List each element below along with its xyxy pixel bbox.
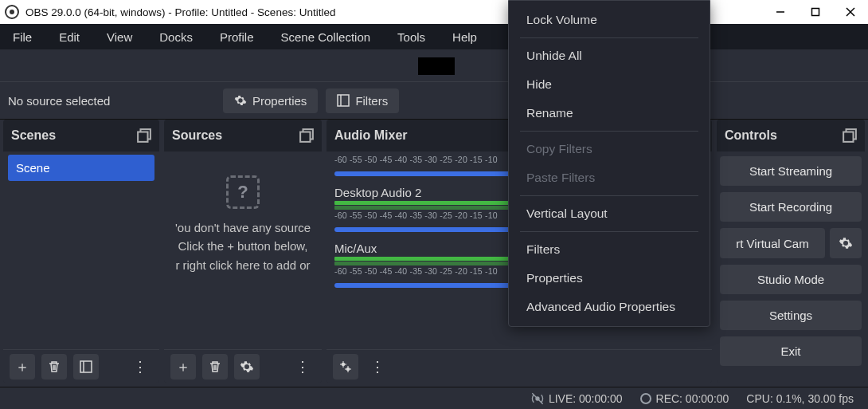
controls-dock: Controls Start Streaming Start Recording…	[717, 120, 865, 383]
scene-item[interactable]: Scene	[8, 155, 154, 181]
context-item-lock-volume[interactable]: Lock Volume	[509, 6, 710, 34]
filters-icon	[337, 94, 350, 107]
menubar: File Edit View Docks Profile Scene Colle…	[0, 24, 868, 49]
virtual-cam-settings-button[interactable]	[830, 228, 862, 258]
sources-menu-button[interactable]: ⋮	[290, 354, 315, 380]
filters-icon	[80, 360, 92, 373]
context-separator	[520, 195, 698, 196]
sources-empty-state: ? 'ou don't have any source Click the + …	[169, 155, 317, 281]
menu-profile[interactable]: Profile	[213, 29, 260, 45]
menu-tools[interactable]: Tools	[391, 29, 432, 45]
status-cpu: CPU: 0.1%, 30.00 fps	[746, 392, 854, 405]
preview-placeholder	[418, 57, 455, 75]
gears-icon	[338, 360, 353, 374]
titlebar: OBS 29.0.0 (64-bit, windows) - Profile: …	[0, 0, 868, 24]
gear-icon	[839, 236, 853, 250]
context-item-unhide-all[interactable]: Unhide All	[509, 41, 710, 70]
svg-point-13	[346, 367, 350, 371]
status-live: LIVE: 00:00:00	[531, 392, 623, 405]
context-item-copy-filters: Copy Filters	[509, 135, 710, 163]
svg-rect-7	[138, 132, 147, 142]
menu-docks[interactable]: Docks	[153, 29, 199, 45]
controls-body: Start Streaming Start Recording rt Virtu…	[717, 151, 865, 383]
window-title: OBS 29.0.0 (64-bit, windows) - Profile: …	[25, 6, 863, 18]
sources-list[interactable]: ? 'ou don't have any source Click the + …	[164, 151, 322, 349]
maximize-button[interactable]	[798, 0, 833, 24]
svg-point-17	[641, 394, 651, 403]
mixer-menu-button[interactable]: ⋮	[365, 354, 390, 380]
menu-file[interactable]: File	[6, 29, 38, 45]
scenes-list[interactable]: Scene	[3, 151, 159, 349]
context-item-properties[interactable]: Properties	[509, 264, 710, 293]
no-source-label: No source selected	[8, 94, 215, 108]
broadcast-icon	[531, 392, 544, 405]
popout-icon[interactable]	[137, 128, 151, 143]
advanced-audio-button[interactable]	[333, 354, 358, 380]
channel-name: Desktop Audio 2	[334, 186, 421, 199]
context-item-vertical-layout[interactable]: Vertical Layout	[509, 199, 710, 228]
sources-empty-line3: r right click here to add or	[169, 256, 317, 274]
mixer-footer: ⋮	[326, 349, 712, 383]
sources-empty-line1: 'ou don't have any source	[169, 218, 317, 237]
settings-button[interactable]: Settings	[720, 301, 862, 330]
context-item-paste-filters: Paste Filters	[509, 163, 710, 192]
status-cpu-text: CPU: 0.1%, 30.00 fps	[746, 392, 854, 405]
svg-rect-4	[338, 95, 349, 106]
scenes-menu-button[interactable]: ⋮	[127, 354, 153, 380]
sources-title: Sources	[172, 128, 222, 143]
context-item-hide[interactable]: Hide	[509, 70, 710, 99]
source-toolbar: No source selected Properties Filters	[0, 81, 868, 120]
remove-source-button[interactable]	[202, 354, 228, 380]
svg-rect-8	[80, 361, 92, 372]
mixer-title: Audio Mixer	[334, 128, 408, 143]
virtual-cam-button[interactable]: rt Virtual Cam	[720, 228, 825, 258]
audio-context-menu: Lock VolumeUnhide AllHideRenameCopy Filt…	[508, 0, 710, 327]
context-item-filters[interactable]: Filters	[509, 235, 710, 264]
filters-button[interactable]: Filters	[326, 88, 399, 113]
context-separator	[520, 37, 698, 38]
menu-help[interactable]: Help	[446, 29, 483, 45]
menu-view[interactable]: View	[100, 29, 139, 45]
svg-point-12	[342, 362, 346, 366]
svg-rect-1	[812, 9, 819, 16]
record-icon	[640, 393, 651, 404]
context-item-advanced-audio-properties[interactable]: Advanced Audio Properties	[509, 293, 710, 321]
remove-scene-button[interactable]	[41, 354, 67, 380]
menu-scene-collection[interactable]: Scene Collection	[275, 29, 377, 45]
context-item-rename[interactable]: Rename	[509, 99, 710, 128]
studio-mode-button[interactable]: Studio Mode	[720, 265, 862, 294]
start-streaming-button[interactable]: Start Streaming	[720, 156, 862, 186]
exit-button[interactable]: Exit	[720, 336, 862, 366]
scenes-header: Scenes	[3, 120, 159, 151]
gear-icon	[240, 360, 254, 374]
start-recording-button[interactable]: Start Recording	[720, 192, 862, 222]
popout-icon[interactable]	[843, 128, 857, 143]
status-rec: REC: 00:00:00	[640, 392, 729, 405]
context-separator	[520, 231, 698, 232]
controls-header: Controls	[717, 120, 865, 151]
dock-area: Scenes Scene ＋ ⋮ Sources ? 'ou don't hav…	[0, 120, 868, 383]
svg-rect-15	[843, 132, 853, 142]
controls-title: Controls	[725, 128, 777, 143]
sources-empty-line2: Click the + button below,	[169, 237, 317, 255]
scene-filters-button[interactable]	[73, 354, 99, 380]
gear-icon	[234, 94, 247, 107]
properties-label: Properties	[252, 94, 307, 108]
scenes-title: Scenes	[11, 128, 56, 143]
add-scene-button[interactable]: ＋	[10, 354, 35, 380]
add-source-button[interactable]: ＋	[170, 354, 196, 380]
close-button[interactable]	[833, 0, 868, 24]
channel-name: Mic/Aux	[334, 242, 377, 255]
scenes-footer: ＋ ⋮	[3, 349, 159, 383]
source-settings-button[interactable]	[234, 354, 260, 380]
menu-edit[interactable]: Edit	[53, 29, 86, 45]
context-separator	[520, 131, 698, 132]
minimize-button[interactable]	[763, 0, 798, 24]
sources-header: Sources	[164, 120, 322, 151]
scenes-dock: Scenes Scene ＋ ⋮	[3, 120, 159, 383]
properties-button[interactable]: Properties	[223, 88, 318, 113]
status-live-text: LIVE: 00:00:00	[549, 392, 623, 405]
svg-rect-11	[300, 132, 310, 142]
popout-icon[interactable]	[299, 128, 314, 143]
question-icon: ?	[226, 175, 260, 209]
